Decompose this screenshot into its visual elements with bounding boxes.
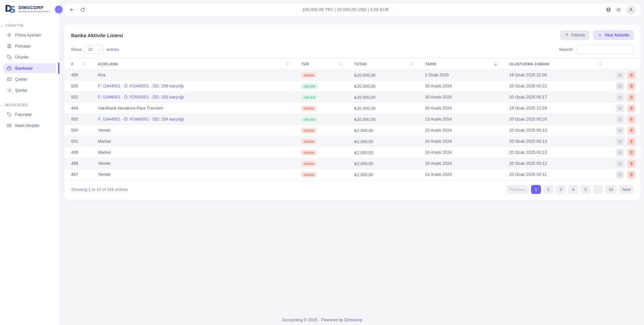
edit-button[interactable] — [616, 104, 624, 113]
page-next[interactable]: Next — [619, 185, 634, 194]
cell-date: 30 Aralık 2024 — [418, 103, 502, 114]
column-[interactable]: # — [64, 58, 91, 70]
cell-id: 500 — [64, 125, 91, 136]
page-size-select[interactable]: 10 — [84, 45, 104, 54]
description-link[interactable]: F: I2444001 - Ö: P2446001 - ÖD: 254 karş… — [98, 117, 184, 122]
sidebar-item-sartlar[interactable]: Şartlar — [3, 85, 56, 95]
refresh-icon — [80, 7, 85, 12]
cell-date: 16 Aralık 2024 — [418, 147, 502, 158]
sidebar-item-nakit-akislari[interactable]: Nakit Akışları — [3, 121, 56, 130]
brand-logo[interactable]: DS DIMSCORP — [0, 0, 59, 16]
cell-created: 20 Ocak 2025 00:12 — [502, 158, 607, 169]
language-button[interactable] — [606, 7, 611, 12]
edit-button[interactable] — [616, 71, 624, 79]
page-2[interactable]: 2 — [543, 185, 553, 194]
sidebar-section-label: YÖNETİM — [5, 24, 55, 27]
cell-date: 1 Ocak 2025 — [418, 70, 502, 81]
search-input[interactable] — [576, 45, 634, 54]
delete-button[interactable] — [627, 71, 636, 79]
table-row: 505 F: I2444001 - Ö: P2446001 - ÖD: 256 … — [64, 81, 641, 92]
refresh-button[interactable] — [80, 7, 85, 12]
new-activity-button[interactable]: Yeni Aktivite — [593, 30, 634, 40]
cell-type: GİDEN — [294, 125, 347, 136]
cell-actions — [607, 147, 641, 158]
description-link[interactable]: F: I2444001 - Ö: P2446001 - ÖD: 256 karş… — [98, 84, 184, 88]
user-menu-button[interactable] — [626, 5, 636, 15]
cell-date: 30 Aralık 2024 — [418, 81, 502, 92]
page-5[interactable]: 5 — [581, 185, 591, 194]
sidebar-collapse-button[interactable] — [55, 6, 62, 13]
cell-actions — [607, 92, 641, 103]
cell-type: GİDEN — [294, 136, 347, 147]
delete-button[interactable] — [627, 159, 636, 168]
column-tur[interactable]: TÜR — [294, 58, 347, 70]
sidebar-item-cekler[interactable]: Çekler — [3, 74, 56, 84]
edit-button[interactable] — [616, 115, 624, 124]
edit-button[interactable] — [616, 126, 624, 135]
filter-button[interactable]: Filtrele — [560, 30, 590, 40]
sort-icon — [338, 61, 343, 66]
sidebar-item-firma-ayarlari[interactable]: Firma Ayarları — [3, 30, 56, 40]
cell-date: 23 Aralık 2024 — [418, 114, 502, 125]
type-badge: GİDEN — [301, 139, 317, 144]
arrow-left-icon — [69, 7, 74, 12]
delete-button[interactable] — [627, 82, 636, 90]
table-row: 497 Yemek GİDEN ₺2.000,00 14 Aralık 2024… — [64, 169, 641, 180]
theme-toggle-button[interactable] — [616, 7, 621, 12]
table-row: 484 Vakıfbank Hesabına Para Transferi Gİ… — [64, 103, 641, 114]
edit-icon — [618, 128, 622, 133]
cell-created: 20 Ocak 2025 00:13 — [502, 136, 607, 147]
cell-description: F: I2444001 - Ö: P2446001 - ÖD: 256 karş… — [91, 81, 294, 92]
page-previous[interactable]: Previous — [506, 185, 529, 194]
page-4[interactable]: 4 — [568, 185, 578, 194]
page-1[interactable]: 1 — [531, 185, 541, 194]
column-tarih[interactable]: TARİH — [418, 58, 502, 70]
edit-icon — [618, 150, 622, 155]
page-33[interactable]: 33 — [605, 185, 616, 194]
sidebar-item-firmalar[interactable]: Firmalar — [3, 41, 56, 51]
table-row: 499 Market GİDEN ₺2.000,00 16 Aralık 202… — [64, 147, 641, 158]
tag-icon — [7, 112, 12, 117]
description-link[interactable]: F: I2446001 - Ö: P2503001 - ÖD: 253 karş… — [98, 95, 184, 100]
edit-button[interactable] — [616, 82, 624, 90]
edit-button[interactable] — [616, 93, 624, 102]
edit-button[interactable] — [616, 159, 624, 168]
delete-button[interactable] — [627, 137, 636, 146]
sidebar-item-urunler[interactable]: Ürünler — [3, 52, 56, 62]
column-aciklama[interactable]: AÇIKLAMA — [91, 58, 294, 70]
cell-type: GİDEN — [294, 169, 347, 180]
edit-icon — [618, 73, 622, 77]
delete-button[interactable] — [627, 115, 636, 124]
cell-actions — [607, 169, 641, 180]
edit-icon — [618, 84, 622, 88]
cell-date: 30 Aralık 2024 — [418, 92, 502, 103]
sidebar-item-bankalar[interactable]: Bankalar — [3, 63, 56, 73]
type-badge: GİDEN — [301, 128, 317, 133]
edit-button[interactable] — [616, 137, 624, 146]
footer-brand-link[interactable]: Dimscorp — [344, 318, 362, 322]
column-tutar[interactable]: TUTAR — [347, 58, 418, 70]
page-3[interactable]: 3 — [556, 185, 566, 194]
cell-created: 20 Ocak 2025 00:17 — [502, 92, 607, 103]
page-[interactable]: ... — [593, 185, 603, 194]
delete-button[interactable] — [627, 126, 636, 135]
sort-icon — [82, 61, 87, 66]
column-olusturma-zamani[interactable]: OLUŞTURMA ZAMANI — [502, 58, 607, 70]
back-button[interactable] — [69, 7, 74, 12]
sort-icon — [493, 61, 498, 66]
type-badge: GELEN — [301, 117, 318, 122]
edit-button[interactable] — [616, 148, 624, 157]
edit-icon — [618, 161, 622, 166]
table-header-row: # AÇIKLAMA TÜR TUTAR — [64, 58, 641, 70]
delete-button[interactable] — [627, 171, 636, 179]
column-actions[interactable] — [607, 58, 641, 70]
cell-description: F: I2444001 - Ö: P2446001 - ÖD: 254 karş… — [91, 114, 294, 125]
sidebar-item-faturalar[interactable]: Faturalar — [3, 110, 56, 119]
delete-button[interactable] — [627, 148, 636, 157]
delete-button[interactable] — [627, 93, 636, 102]
cell-actions — [607, 158, 641, 169]
cell-description: F: I2446001 - Ö: P2503001 - ÖD: 253 karş… — [91, 92, 294, 103]
sort-icon — [285, 61, 290, 66]
delete-button[interactable] — [627, 104, 636, 113]
edit-button[interactable] — [616, 171, 624, 179]
